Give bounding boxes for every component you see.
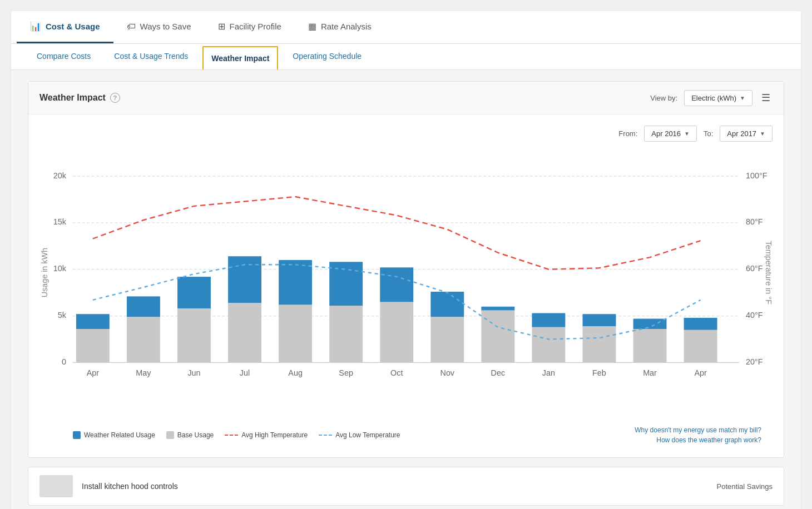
help-icon[interactable]: ?	[110, 93, 120, 103]
from-label: From:	[618, 129, 637, 138]
bar-weather-apr2	[684, 318, 717, 330]
bar-base-feb	[583, 326, 616, 362]
top-nav: 📊 Cost & Usage 🏷 Ways to Save ⊞ Facility…	[11, 11, 801, 44]
svg-text:Jan: Jan	[542, 368, 555, 377]
bar-base-apr	[76, 329, 110, 362]
bar-base-dec	[481, 310, 514, 362]
legend-link-1[interactable]: Why doesn't my energy use match my bill?	[635, 426, 761, 434]
main-content: Weather Impact ? View by: Electric (kWh)…	[11, 70, 801, 509]
chart-svg-container: 20k 15k 10k 5k 0 Usage in kWh 100°F 80°F…	[39, 153, 773, 421]
chart-legend: Weather Related Usage Base Usage Avg Hig…	[39, 421, 773, 452]
svg-text:Feb: Feb	[592, 368, 606, 377]
svg-text:40°F: 40°F	[746, 311, 763, 320]
avg-high-line-swatch	[225, 435, 238, 436]
bar-weather-oct	[380, 267, 413, 302]
bar-weather-sep	[329, 262, 363, 306]
legend-weather-related: Weather Related Usage	[73, 431, 155, 439]
bar-weather-jan	[532, 313, 565, 327]
sub-tab-weather-impact[interactable]: Weather Impact	[202, 46, 278, 69]
bar-base-may	[127, 317, 160, 362]
svg-text:20°F: 20°F	[746, 357, 763, 366]
bar-base-oct	[380, 302, 413, 362]
tab-cost-usage[interactable]: 📊 Cost & Usage	[17, 11, 113, 43]
svg-text:Dec: Dec	[491, 368, 506, 377]
bar-base-sep	[329, 306, 363, 362]
svg-text:0: 0	[62, 357, 66, 366]
svg-text:Apr: Apr	[694, 368, 707, 377]
card-controls: View by: Electric (kWh) ▼ ☰	[650, 89, 773, 106]
svg-text:May: May	[136, 368, 151, 377]
ways-to-save-icon: 🏷	[127, 22, 136, 32]
sub-nav: Compare Costs Cost & Usage Trends Weathe…	[11, 44, 801, 70]
avg-low-line-swatch	[319, 435, 332, 436]
tab-ways-to-save[interactable]: 🏷 Ways to Save	[113, 11, 205, 43]
dropdown-caret: ▼	[740, 95, 745, 101]
from-dropdown-caret: ▼	[684, 131, 690, 137]
bar-base-jan	[532, 327, 565, 363]
menu-icon[interactable]: ☰	[759, 89, 773, 106]
from-dropdown[interactable]: Apr 2016 ▼	[644, 126, 697, 142]
to-label: To:	[704, 129, 713, 138]
svg-text:5k: 5k	[58, 311, 67, 320]
bottom-card: Install kitchen hood controls Potential …	[28, 467, 784, 506]
view-by-dropdown[interactable]: Electric (kWh) ▼	[684, 90, 752, 106]
svg-text:Nov: Nov	[440, 368, 455, 377]
svg-text:Jul: Jul	[240, 368, 250, 377]
svg-text:Mar: Mar	[643, 368, 657, 377]
legend-link-2[interactable]: How does the weather graph work?	[656, 436, 761, 444]
bar-base-nov	[430, 317, 464, 362]
date-range-row: From: Apr 2016 ▼ To: Apr 2017 ▼	[39, 126, 773, 142]
card-title: Weather Impact ?	[39, 93, 120, 103]
facility-profile-icon: ⊞	[218, 21, 225, 32]
svg-text:Sep: Sep	[339, 368, 353, 377]
bar-weather-apr	[76, 314, 110, 329]
bottom-card-text: Install kitchen hood controls	[82, 482, 178, 491]
svg-text:Temperature in °F: Temperature in °F	[764, 241, 773, 305]
bar-weather-mar	[633, 319, 667, 329]
chart-area: From: Apr 2016 ▼ To: Apr 2017 ▼ 20	[28, 114, 784, 457]
bar-weather-dec	[481, 307, 514, 311]
cost-usage-icon: 📊	[30, 21, 41, 32]
svg-text:Aug: Aug	[288, 368, 303, 377]
bottom-card-right: Potential Savings	[717, 482, 773, 491]
bottom-card-icon	[39, 475, 73, 497]
svg-text:60°F: 60°F	[746, 264, 763, 273]
svg-text:Apr: Apr	[87, 368, 100, 377]
svg-text:80°F: 80°F	[746, 217, 763, 226]
bar-weather-aug	[279, 260, 312, 305]
legend-avg-low: Avg Low Temperature	[319, 431, 400, 439]
weather-related-swatch	[73, 431, 81, 439]
base-usage-swatch	[166, 431, 174, 439]
to-dropdown-caret: ▼	[760, 131, 765, 137]
bar-weather-jul	[228, 256, 261, 303]
main-container: 📊 Cost & Usage 🏷 Ways to Save ⊞ Facility…	[11, 11, 801, 509]
chart-svg: 20k 15k 10k 5k 0 Usage in kWh 100°F 80°F…	[39, 153, 773, 419]
bar-weather-jun	[177, 277, 211, 308]
svg-text:10k: 10k	[53, 264, 67, 273]
tab-rate-analysis[interactable]: ▦ Rate Analysis	[295, 11, 385, 43]
tab-facility-profile[interactable]: ⊞ Facility Profile	[205, 11, 295, 43]
bar-weather-feb	[583, 314, 616, 326]
bar-base-mar	[633, 329, 667, 362]
sub-tab-operating-schedule[interactable]: Operating Schedule	[284, 44, 370, 70]
svg-text:100°F: 100°F	[746, 171, 768, 180]
sub-tab-compare-costs[interactable]: Compare Costs	[28, 44, 100, 70]
rate-analysis-icon: ▦	[308, 21, 316, 32]
weather-impact-card: Weather Impact ? View by: Electric (kWh)…	[28, 81, 784, 458]
view-by-label: View by:	[650, 94, 677, 102]
legend-base-usage: Base Usage	[166, 431, 214, 439]
bar-base-jun	[177, 308, 211, 362]
svg-text:Jun: Jun	[187, 368, 200, 377]
bar-base-aug	[279, 305, 312, 362]
svg-text:20k: 20k	[53, 171, 67, 180]
bar-weather-nov	[430, 292, 464, 317]
svg-text:15k: 15k	[53, 217, 67, 226]
to-dropdown[interactable]: Apr 2017 ▼	[720, 126, 773, 142]
bar-base-apr2	[684, 330, 717, 363]
bar-weather-may	[127, 296, 160, 317]
card-header: Weather Impact ? View by: Electric (kWh)…	[28, 82, 784, 114]
bar-base-jul	[228, 303, 261, 362]
svg-text:Oct: Oct	[390, 368, 403, 377]
avg-high-line	[93, 197, 701, 270]
sub-tab-cost-usage-trends[interactable]: Cost & Usage Trends	[105, 44, 197, 70]
